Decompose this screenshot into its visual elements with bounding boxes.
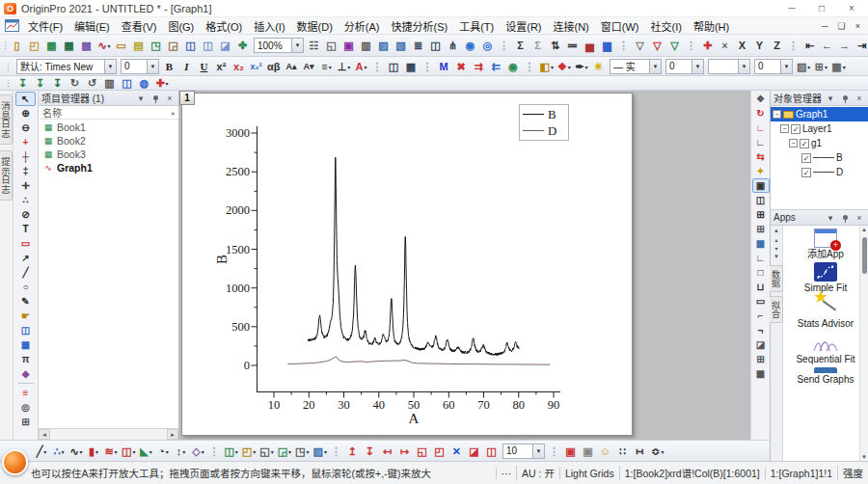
maximize-button[interactable]: □ xyxy=(809,1,834,15)
hide-masked-icon[interactable]: ∷ xyxy=(614,443,632,460)
master-items-icon[interactable]: ≣ xyxy=(410,37,427,54)
project-tree-icon[interactable]: ⋔ xyxy=(445,37,462,54)
new-workbook-icon[interactable]: ▦ xyxy=(43,37,61,54)
new-project-icon[interactable]: ▯ xyxy=(9,37,26,54)
line-width-combo[interactable]: 0 ▼ xyxy=(665,59,704,74)
toolbar-grip-icon[interactable]: ⋮ xyxy=(547,443,562,460)
print-preview-icon[interactable]: ◱ xyxy=(323,37,340,54)
combo-arrow-icon[interactable]: ▼ xyxy=(291,39,303,52)
lock-position-icon[interactable]: ◉ xyxy=(504,58,522,75)
collapse-icon[interactable]: − xyxy=(773,110,781,119)
greek-button[interactable]: αβ xyxy=(265,58,283,75)
set-values-icon[interactable]: ≔ xyxy=(564,37,582,54)
insert-table-icon[interactable]: ⊞ xyxy=(15,415,36,429)
toolbar-grip-icon[interactable]: ⋮ xyxy=(2,37,9,54)
panel-close-icon[interactable]: × xyxy=(164,93,176,104)
scrollbar-down-icon[interactable]: ▼ xyxy=(861,454,867,460)
app-add-app[interactable]: + 添加App xyxy=(788,229,863,259)
zoom-out-tool-icon[interactable]: ⊖ xyxy=(15,121,36,135)
palette-icon[interactable]: ❖▾ xyxy=(556,58,573,75)
panel-pin-icon[interactable] xyxy=(149,93,161,104)
open-icon[interactable]: ◰ xyxy=(26,37,43,54)
toolbar-grip-icon[interactable]: ⋮ xyxy=(786,37,801,54)
apps-category-tab-1[interactable]: 数据 xyxy=(770,265,783,292)
align-icon[interactable]: ≡▾ xyxy=(317,58,335,75)
toolbar-grip-icon[interactable]: ⋮ xyxy=(420,58,435,75)
tab-hint-log[interactable]: 提示日志 xyxy=(0,150,13,201)
layer-number-badge[interactable]: 1 xyxy=(179,91,195,105)
plot-legend[interactable]: B D xyxy=(519,104,569,141)
plot-line-icon[interactable]: ╱▾ xyxy=(33,443,50,460)
add-inset-data-icon[interactable]: ◫ xyxy=(483,443,501,460)
explorer-item-graph1[interactable]: ∿ Graph1 xyxy=(39,161,178,175)
log-x-scale-icon[interactable]: ∟ xyxy=(752,121,770,135)
combo-arrow-icon[interactable]: ▼ xyxy=(692,60,703,73)
italic-button[interactable]: I xyxy=(178,58,196,75)
scroll-up-icon[interactable]: ▴ xyxy=(774,236,777,244)
video-capture-icon[interactable]: ▥ xyxy=(358,37,375,54)
combo-arrow-icon[interactable]: ▼ xyxy=(780,60,792,73)
import-multi-ascii-icon[interactable]: ↧ xyxy=(32,74,49,92)
move-last-icon[interactable]: ⇥ xyxy=(854,37,868,54)
unmerge-cells-icon[interactable]: ✖ xyxy=(452,58,470,75)
menu-item[interactable]: 分析(A) xyxy=(339,17,386,35)
circle-tool-icon[interactable]: ○ xyxy=(15,280,36,294)
data-filter-icon[interactable]: ▽ xyxy=(632,37,649,54)
set-z-column-button[interactable]: Z xyxy=(769,37,786,54)
duplicate-window-icon[interactable]: ◫ xyxy=(427,37,445,54)
new-excel-icon[interactable]: ▦ xyxy=(61,37,78,54)
reimport-icon[interactable]: ↻ xyxy=(67,74,84,92)
menu-item[interactable]: 编辑(E) xyxy=(68,17,116,35)
menu-item[interactable]: 图(G) xyxy=(162,17,200,35)
import-database-icon[interactable]: ◫ xyxy=(119,74,136,92)
fit-page-to-layers-icon[interactable]: ✕ xyxy=(448,443,466,460)
plot-area-icon[interactable]: ◣▾ xyxy=(137,443,154,460)
swap-mask-icon[interactable]: ∺ xyxy=(632,443,649,460)
unmask-range-icon[interactable]: ▣ xyxy=(580,443,597,460)
menu-item[interactable]: 窗口(W) xyxy=(595,17,645,35)
reimport-direct-icon[interactable]: ↺ xyxy=(84,74,101,92)
child-minimize-button[interactable]: ─ xyxy=(817,19,833,32)
data-selector-icon[interactable]: ∴ xyxy=(15,193,36,207)
import-web-icon[interactable]: ◍ xyxy=(136,74,153,92)
font-size-combo[interactable]: 0 ▼ xyxy=(121,59,159,74)
mask-tool-icon[interactable]: ⊘ xyxy=(15,207,36,222)
mask-color-icon[interactable]: ☺ xyxy=(597,443,614,460)
menu-item[interactable]: 快捷分析(S) xyxy=(386,17,454,35)
scrollbar-thumb[interactable] xyxy=(862,237,867,274)
panel-menu-icon[interactable]: ▾ xyxy=(825,93,836,104)
recorder-overlay-icon[interactable] xyxy=(2,449,28,475)
collapse-icon[interactable]: − xyxy=(789,139,798,148)
apps-scrollbar[interactable]: ▲ ▼ xyxy=(859,226,868,461)
series-checkbox[interactable]: ✓ xyxy=(801,153,811,163)
data-connector-icon[interactable]: ✚▾ xyxy=(153,74,171,92)
new-graph-window-icon[interactable]: ◰▾ xyxy=(240,443,258,460)
move-pair-left-icon[interactable]: ⇇ xyxy=(487,58,504,75)
app-stats-advisor[interactable]: ★ Stats Advisor xyxy=(788,296,863,329)
set-y-column-button[interactable]: Y xyxy=(751,37,769,54)
panel-pin-icon[interactable] xyxy=(839,93,851,104)
menu-item[interactable]: 插入(I) xyxy=(248,17,290,35)
menu-item[interactable]: 格式(O) xyxy=(200,17,248,35)
insert-object-icon[interactable]: ◆ xyxy=(15,366,36,381)
add-inset-icon[interactable]: ◪ xyxy=(466,443,483,460)
add-column-icon[interactable]: ✚ xyxy=(699,37,717,54)
toolbar-grip-icon[interactable]: ⋮ xyxy=(206,443,222,460)
open-template-icon[interactable]: ◲ xyxy=(165,37,182,54)
bold-button[interactable]: B xyxy=(161,58,178,75)
copy-format-icon[interactable]: ▨ xyxy=(375,37,393,54)
explorer-column-header[interactable]: 名称 ▴ xyxy=(39,106,178,120)
text-tool-icon[interactable]: T xyxy=(15,222,36,236)
save-template-icon[interactable]: ◪ xyxy=(217,37,234,54)
toolbar-grip-icon[interactable]: ⋮ xyxy=(497,37,512,54)
app-sequential-fit[interactable]: Sequential Fit xyxy=(788,332,863,364)
plot-box-chart-icon[interactable]: ◫▾ xyxy=(120,443,137,460)
save-project-icon[interactable]: ◫ xyxy=(182,37,200,54)
extract-layers-icon[interactable]: ◲▾ xyxy=(276,443,293,460)
font-increase-icon[interactable]: A▴ xyxy=(283,58,300,75)
font-decrease-icon[interactable]: A▾ xyxy=(300,58,317,75)
set-x-column-button[interactable]: X xyxy=(734,37,751,54)
add-layer-icon[interactable]: ◫ xyxy=(385,58,402,75)
layer-count-combo[interactable]: 10 ▼ xyxy=(502,444,545,459)
menu-item[interactable]: 社交(I) xyxy=(645,17,688,35)
